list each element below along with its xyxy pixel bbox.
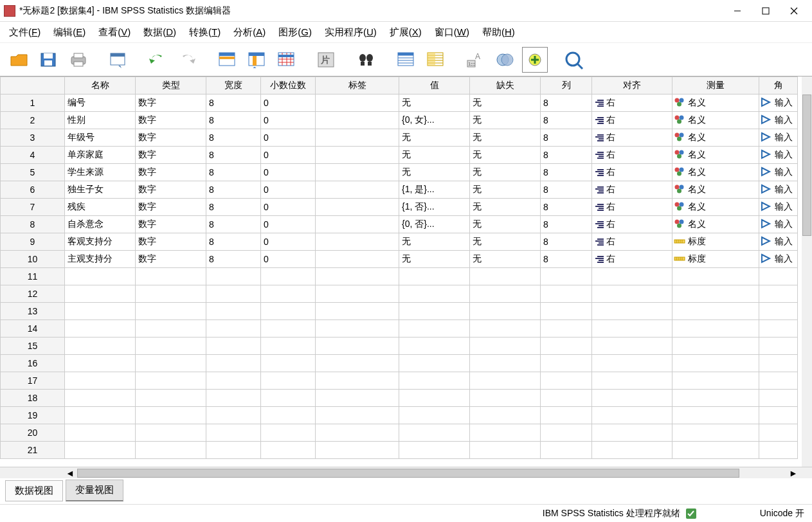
variable-row[interactable]: 1编号数字80无无8右名义输入 (1, 94, 798, 112)
empty-cell[interactable] (592, 320, 672, 338)
row-number[interactable]: 19 (1, 407, 65, 424)
empty-cell[interactable] (399, 303, 470, 320)
cell-type[interactable]: 数字 (136, 199, 206, 216)
cell-label[interactable] (316, 129, 399, 147)
empty-cell[interactable] (261, 268, 316, 285)
empty-cell[interactable] (206, 268, 261, 285)
empty-cell[interactable] (399, 338, 470, 355)
empty-cell[interactable] (206, 355, 261, 372)
menu-g[interactable]: 图形(G) (272, 24, 318, 41)
row-number[interactable]: 1 (1, 94, 65, 112)
cell-role[interactable]: 输入 (759, 251, 798, 268)
cell-values[interactable]: {1, 是}... (399, 181, 470, 199)
empty-cell[interactable] (541, 338, 592, 355)
empty-cell[interactable] (316, 407, 399, 424)
empty-cell[interactable] (136, 424, 206, 442)
empty-cell[interactable] (65, 372, 136, 390)
empty-cell[interactable] (316, 268, 399, 285)
empty-cell[interactable] (316, 355, 399, 372)
select-cases-button[interactable] (492, 47, 518, 73)
split-file-button[interactable] (423, 47, 449, 73)
empty-cell[interactable] (592, 442, 672, 459)
empty-cell[interactable] (261, 285, 316, 303)
cell-role[interactable]: 输入 (759, 199, 798, 216)
cell-label[interactable] (316, 164, 399, 181)
cell-role[interactable]: 输入 (759, 112, 798, 129)
empty-cell[interactable] (399, 320, 470, 338)
cell-name[interactable]: 客观支持分 (65, 233, 136, 251)
empty-row[interactable]: 12 (1, 285, 798, 303)
cell-role[interactable]: 输入 (759, 94, 798, 112)
empty-cell[interactable] (399, 407, 470, 424)
cell-role[interactable]: 输入 (759, 164, 798, 181)
empty-cell[interactable] (136, 268, 206, 285)
cell-name[interactable]: 独生子女 (65, 181, 136, 199)
cell-missing[interactable]: 无 (470, 233, 541, 251)
cell-measure[interactable]: 名义 (672, 147, 759, 164)
empty-row[interactable]: 13 (1, 303, 798, 320)
empty-cell[interactable] (206, 424, 261, 442)
cell-name[interactable]: 单亲家庭 (65, 147, 136, 164)
variable-row[interactable]: 3年级号数字80无无8右名义输入 (1, 129, 798, 147)
cell-name[interactable]: 残疾 (65, 199, 136, 216)
cell-measure[interactable]: 名义 (672, 199, 759, 216)
empty-cell[interactable] (759, 355, 798, 372)
variables-button[interactable] (274, 47, 300, 73)
cell-width[interactable]: 8 (206, 233, 261, 251)
cell-label[interactable] (316, 251, 399, 268)
row-number[interactable]: 17 (1, 372, 65, 390)
empty-cell[interactable] (541, 355, 592, 372)
save-button[interactable] (36, 47, 62, 73)
cell-columns[interactable]: 8 (541, 112, 592, 129)
variable-row[interactable]: 10主观支持分数字80无无8右标度输入 (1, 251, 798, 268)
empty-cell[interactable] (261, 390, 316, 407)
empty-cell[interactable] (316, 390, 399, 407)
empty-cell[interactable] (541, 268, 592, 285)
cell-type[interactable]: 数字 (136, 129, 206, 147)
empty-cell[interactable] (399, 442, 470, 459)
row-number[interactable]: 13 (1, 303, 65, 320)
menu-a[interactable]: 分析(A) (227, 24, 272, 41)
empty-cell[interactable] (470, 407, 541, 424)
open-file-button[interactable] (6, 47, 32, 73)
use-sets-button[interactable] (562, 47, 588, 73)
run-desc-button[interactable]: 片 (314, 47, 339, 73)
cell-decimals[interactable]: 0 (261, 199, 316, 216)
empty-row[interactable]: 16 (1, 355, 798, 372)
row-number[interactable]: 15 (1, 338, 65, 355)
cell-name[interactable]: 学生来源 (65, 164, 136, 181)
value-labels-button[interactable] (522, 47, 548, 73)
cell-values[interactable]: {1, 否}... (399, 199, 470, 216)
empty-cell[interactable] (592, 424, 672, 442)
cell-measure[interactable]: 名义 (672, 181, 759, 199)
empty-row[interactable]: 21 (1, 442, 798, 459)
empty-cell[interactable] (541, 303, 592, 320)
cell-width[interactable]: 8 (206, 147, 261, 164)
cell-missing[interactable]: 无 (470, 164, 541, 181)
cell-values[interactable]: 无 (399, 147, 470, 164)
empty-cell[interactable] (470, 320, 541, 338)
cell-missing[interactable]: 无 (470, 112, 541, 129)
row-number[interactable]: 2 (1, 112, 65, 129)
empty-cell[interactable] (592, 355, 672, 372)
empty-cell[interactable] (399, 285, 470, 303)
cell-measure[interactable]: 名义 (672, 129, 759, 147)
empty-cell[interactable] (592, 407, 672, 424)
empty-cell[interactable] (672, 320, 759, 338)
empty-cell[interactable] (470, 390, 541, 407)
empty-cell[interactable] (261, 442, 316, 459)
empty-cell[interactable] (136, 285, 206, 303)
cell-values[interactable]: {0, 女}... (399, 112, 470, 129)
menu-w[interactable]: 窗口(W) (428, 24, 476, 41)
vertical-scroll-thumb[interactable] (802, 94, 811, 236)
empty-cell[interactable] (316, 372, 399, 390)
cell-columns[interactable]: 8 (541, 233, 592, 251)
cell-role[interactable]: 输入 (759, 216, 798, 233)
cell-width[interactable]: 8 (206, 164, 261, 181)
cell-measure[interactable]: 名义 (672, 112, 759, 129)
empty-cell[interactable] (261, 320, 316, 338)
recall-dialog-button[interactable] (105, 47, 131, 73)
cell-decimals[interactable]: 0 (261, 129, 316, 147)
empty-cell[interactable] (136, 355, 206, 372)
cell-type[interactable]: 数字 (136, 164, 206, 181)
